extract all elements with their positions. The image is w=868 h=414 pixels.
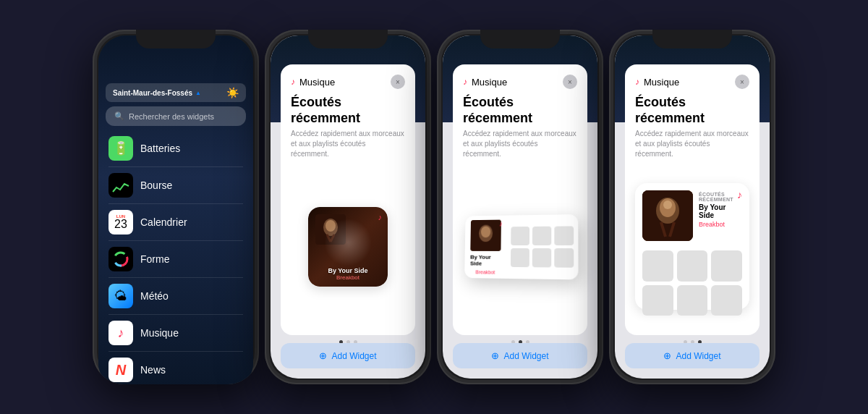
music-note-icon-3: ♪ (463, 77, 467, 87)
iphone-3: ♪ Musique × Écoutés récemment Accédez ra… (437, 30, 603, 384)
small-widget-song: By Your Side (328, 267, 367, 274)
large-recently-played-label: ÉCOUTÉS RÉCEMMENT (699, 192, 742, 202)
small-widget-note: ♪ (378, 213, 383, 221)
add-widget-button-4[interactable]: ⊕ Add Widget (625, 343, 760, 368)
add-widget-text-3: Add Widget (503, 351, 548, 361)
widget-main-title-4: Écoutés récemment (635, 95, 749, 126)
list-item[interactable]: Forme (98, 241, 253, 277)
widget-panel-4: ♪ Musique × Écoutés récemment Accédez ra… (625, 64, 760, 335)
list-item[interactable]: 🔋 Batteries (98, 130, 253, 166)
list-item[interactable]: N News (98, 352, 253, 384)
grid-item (532, 226, 551, 245)
medium-widget-left: By Your Side Breakbot ♪ (464, 215, 507, 278)
svg-line-16 (331, 235, 334, 242)
list-item[interactable]: LUN 23 Calendrier (98, 204, 253, 240)
music-note-icon-2: ♪ (291, 77, 295, 87)
news-label: News (140, 364, 166, 376)
grid-item (642, 250, 673, 282)
screen-2: ♪ Musique × Écoutés récemment Accédez ra… (271, 35, 425, 379)
musique-label: Musique (140, 327, 179, 339)
iphone-4: ♪ Musique × Écoutés récemment Accédez ra… (609, 30, 775, 384)
iphone-1: Saint-Maur-des-Fossés ▲ ☀️ 🔍 Rechercher … (93, 30, 259, 384)
add-widget-button-3[interactable]: ⊕ Add Widget (453, 343, 587, 368)
grid-item (511, 227, 529, 245)
large-artist-name: Breakbot (699, 221, 742, 228)
weather-icon: ☀️ (226, 87, 239, 98)
small-widget: ♪ By Your Side Breakbot (308, 207, 388, 287)
close-button-4[interactable]: × (735, 75, 749, 89)
widget-panel-2: ♪ Musique × Écoutés récemment Accédez ra… (281, 64, 415, 335)
panel-title-row-3: ♪ Musique (463, 77, 507, 88)
grid-item (677, 250, 708, 282)
screen-1: Saint-Maur-des-Fossés ▲ ☀️ 🔍 Rechercher … (98, 35, 253, 384)
add-widget-text-4: Add Widget (676, 351, 720, 361)
search-bar[interactable]: 🔍 Rechercher des widgets (106, 106, 246, 126)
musique-icon: ♪ (109, 321, 133, 345)
widget-description-3: Accédez rapidement aux morceaux et aux p… (463, 129, 577, 159)
large-grid (642, 250, 742, 316)
grid-item (711, 285, 742, 316)
widget-panel-3: ♪ Musique × Écoutés récemment Accédez ra… (453, 64, 587, 335)
panel-title-row-4: ♪ Musique (635, 77, 679, 88)
medium-grid-row-2 (511, 248, 574, 268)
grid-item (677, 285, 708, 316)
small-widget-info: By Your Side Breakbot (328, 267, 367, 281)
phones-container: Saint-Maur-des-Fossés ▲ ☀️ 🔍 Rechercher … (85, 22, 783, 392)
panel-app-name-4: Musique (644, 77, 679, 88)
small-widget-artist: Breakbot (328, 274, 367, 281)
medium-widget-right (506, 214, 579, 279)
close-button-3[interactable]: × (563, 75, 577, 89)
large-widget-top: ÉCOUTÉS RÉCEMMENT By Your Side Breakbot (642, 190, 742, 245)
panel-app-name-2: Musique (299, 77, 335, 88)
svg-point-23 (663, 200, 672, 209)
large-widget: ♪ (635, 183, 749, 310)
widget-preview-4: ♪ (635, 166, 749, 326)
batteries-icon: 🔋 (109, 136, 133, 161)
medium-note-icon: ♪ (499, 219, 503, 227)
grid-item (711, 250, 742, 282)
location-text: Saint-Maur-des-Fossés (113, 89, 192, 97)
medium-widget: By Your Side Breakbot ♪ (464, 214, 578, 279)
close-button-2[interactable]: × (391, 75, 405, 89)
widget-description-4: Accédez rapidement aux morceaux et aux p… (635, 129, 749, 159)
medium-song: By Your Side (470, 253, 501, 266)
widget-main-title-2: Écoutés récemment (291, 95, 405, 126)
calendrier-icon: LUN 23 (109, 210, 133, 235)
forme-label: Forme (140, 253, 169, 265)
large-song-title: By Your Side (699, 203, 742, 219)
panel-title-row-2: ♪ Musique (291, 77, 335, 88)
medium-album-art (470, 219, 501, 250)
calendrier-label: Calendrier (140, 216, 187, 228)
widget-preview-3: By Your Side Breakbot ♪ (463, 166, 577, 326)
widget-panel-header-3: ♪ Musique × (463, 75, 577, 89)
svg-line-15 (327, 235, 331, 242)
add-widget-plus-icon-2: ⊕ (319, 350, 327, 361)
svg-point-14 (326, 220, 336, 232)
iphone-2: ♪ Musique × Écoutés récemment Accédez ra… (265, 30, 431, 384)
cal-day: 23 (114, 219, 127, 230)
list-item[interactable]: Bourse (98, 167, 253, 203)
large-note-icon: ♪ (737, 189, 742, 200)
grid-item (511, 248, 529, 267)
search-icon: 🔍 (114, 111, 124, 121)
batteries-label: Batteries (140, 143, 180, 154)
grid-item (642, 285, 673, 316)
location-arrow: ▲ (195, 90, 201, 96)
list-item[interactable]: 🌤 Météo (98, 278, 253, 314)
list-item[interactable]: ♪ Musique (98, 315, 253, 351)
bourse-icon (109, 173, 133, 198)
add-widget-button-2[interactable]: ⊕ Add Widget (281, 343, 415, 368)
grid-item (554, 226, 574, 245)
add-widget-text-2: Add Widget (331, 351, 376, 361)
widget-panel-header-2: ♪ Musique × (291, 75, 405, 89)
medium-grid-row-1 (511, 226, 574, 245)
screen-3: ♪ Musique × Écoutés récemment Accédez ra… (443, 35, 597, 379)
widget-preview-2: ♪ By Your Side Breakbot (291, 166, 405, 326)
add-widget-plus-icon-3: ⊕ (491, 350, 499, 361)
widget-list: 🔋 Batteries Bourse (98, 130, 253, 384)
meteo-label: Météo (140, 290, 169, 302)
search-placeholder: Rechercher des widgets (129, 112, 214, 121)
large-track-info: ÉCOUTÉS RÉCEMMENT By Your Side Breakbot (699, 190, 742, 245)
svg-rect-12 (315, 214, 346, 245)
widget-main-title-3: Écoutés récemment (463, 95, 577, 126)
